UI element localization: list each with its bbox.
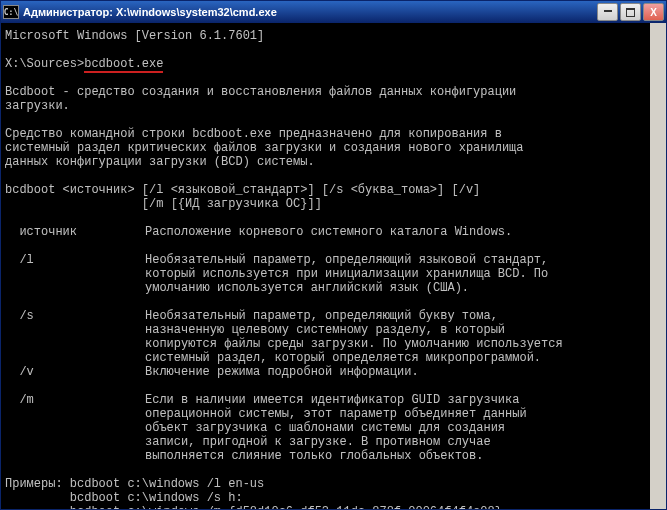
opt-source-val: Расположение корневого системного катало… bbox=[145, 225, 615, 239]
prompt-path: X:\Sources> bbox=[5, 57, 84, 71]
scroll-down-button[interactable]: ▼ bbox=[650, 493, 666, 509]
window-title: Администратор: X:\windows\system32\cmd.e… bbox=[23, 6, 597, 18]
close-button[interactable]: X bbox=[643, 3, 664, 21]
cmd-window: C:\ Администратор: X:\windows\system32\c… bbox=[0, 0, 667, 510]
opt-l-key: /l bbox=[5, 253, 145, 267]
cmd-icon: C:\ bbox=[3, 5, 19, 19]
example-2: bcdboot c:\windows /s h: bbox=[5, 491, 243, 505]
usage-line-1: bcdboot <источник> [/l <языковой_стандар… bbox=[5, 183, 480, 197]
opt-m-val: Если в наличии имеется идентификатор GUI… bbox=[145, 393, 615, 463]
opt-s-key: /s bbox=[5, 309, 145, 323]
description-2: Средство командной строки bcdboot.exe пр… bbox=[5, 127, 523, 169]
opt-v-key: /v bbox=[5, 365, 145, 379]
version-line: Microsoft Windows [Version 6.1.7601] bbox=[5, 29, 264, 43]
vertical-scrollbar[interactable]: ▲ ▼ bbox=[650, 23, 666, 509]
example-1: bcdboot c:\windows /l en-us bbox=[70, 477, 264, 491]
scroll-thumb[interactable] bbox=[651, 67, 665, 127]
typed-command: bcdboot.exe bbox=[84, 57, 163, 73]
opt-source-key: источник bbox=[5, 225, 145, 239]
description-1: Bcdboot - средство создания и восстановл… bbox=[5, 85, 516, 113]
minimize-button[interactable] bbox=[597, 3, 618, 21]
example-3: bcdboot c:\windows /m {d58d10c6-df53-11d… bbox=[5, 505, 502, 509]
maximize-button[interactable] bbox=[620, 3, 641, 21]
window-controls: X bbox=[597, 3, 664, 21]
opt-v-val: Включение режима подробной информации. bbox=[145, 365, 615, 379]
opt-l-val: Необязательный параметр, определяющий яз… bbox=[145, 253, 615, 295]
opt-m-key: /m bbox=[5, 393, 145, 407]
scroll-track[interactable] bbox=[650, 39, 666, 493]
opt-s-val: Необязательный параметр, определяющий бу… bbox=[145, 309, 615, 365]
scroll-up-button[interactable]: ▲ bbox=[650, 23, 666, 39]
usage-line-2: [/m [{ИД загрузчика ОС}]] bbox=[5, 197, 322, 211]
titlebar[interactable]: C:\ Администратор: X:\windows\system32\c… bbox=[1, 1, 666, 23]
console-output[interactable]: Microsoft Windows [Version 6.1.7601] X:\… bbox=[1, 23, 666, 509]
examples-label: Примеры: bbox=[5, 477, 70, 491]
